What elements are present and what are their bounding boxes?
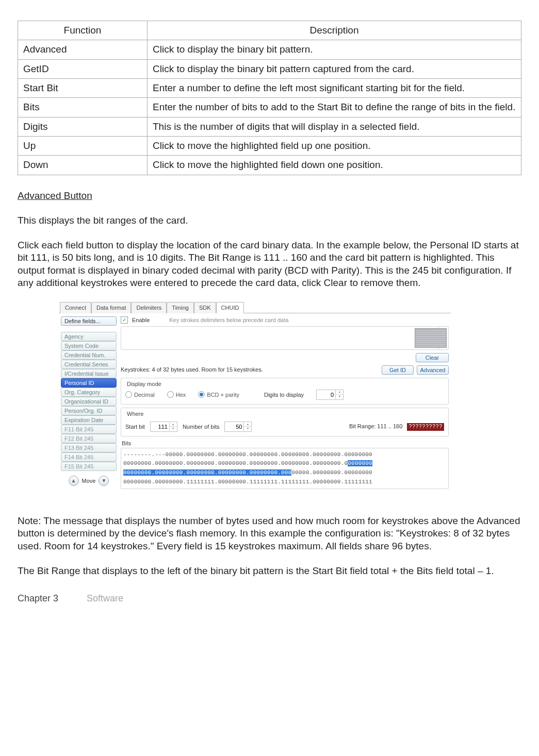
define-fields-button[interactable]: Define fields... bbox=[61, 316, 117, 326]
table-row: DownClick to move the highlighted field … bbox=[18, 156, 521, 175]
sidebar-item[interactable]: Organizational ID bbox=[61, 397, 117, 406]
start-bit-label: Start bit bbox=[125, 423, 145, 430]
sidebar-item[interactable]: Personal ID bbox=[61, 378, 117, 388]
main-panel: ✓ Enable Key strokes delimiters below pr… bbox=[121, 316, 449, 489]
where-group: Where Start bit ▴▾ Number of bits ▴▾ Bit… bbox=[121, 408, 449, 436]
tab-chuid[interactable]: CHUID bbox=[216, 302, 244, 313]
advanced-button[interactable]: Advanced bbox=[417, 365, 449, 375]
start-bit-input[interactable]: ▴▾ bbox=[150, 422, 177, 432]
num-bits-input[interactable]: ▴▾ bbox=[224, 422, 252, 432]
note-paragraph: Note: The message that displays the numb… bbox=[18, 515, 521, 552]
table-row: Start BitEnter a number to define the le… bbox=[18, 78, 521, 97]
move-down-button[interactable]: ▼ bbox=[99, 476, 109, 486]
sidebar-item[interactable]: Credential Series bbox=[61, 360, 117, 369]
move-bar: ▲ Move ▼ bbox=[61, 476, 117, 486]
advanced-button-heading: Advanced Button bbox=[18, 190, 521, 202]
bits-display: --------.---00000.00000000.00000000.0000… bbox=[121, 448, 449, 489]
table-row: GetIDClick to display the binary bit pat… bbox=[18, 59, 521, 78]
sidebar-item[interactable]: System Code bbox=[61, 341, 117, 350]
enable-label: Enable bbox=[132, 316, 150, 324]
th-description: Description bbox=[148, 21, 521, 40]
enable-checkbox[interactable]: ✓ bbox=[121, 316, 128, 324]
tab-connect[interactable]: Connect bbox=[60, 302, 91, 313]
keystrokes-message: Keystrokes: 4 of 32 bytes used. Room for… bbox=[121, 366, 263, 373]
radio-hex[interactable]: Hex bbox=[167, 391, 186, 398]
footer-chapter: Chapter 3 bbox=[18, 593, 58, 603]
sidebar-item[interactable]: F13 Bit 245 bbox=[61, 443, 117, 452]
digits-input[interactable]: ▴▾ bbox=[316, 390, 344, 400]
display-mode-group: Display mode Decimal Hex BCD + parity Di… bbox=[121, 378, 449, 405]
paragraph-explain: Click each field button to display the l… bbox=[18, 239, 521, 289]
delimiter-box[interactable]: ▴▾ bbox=[121, 326, 449, 350]
thumbnail-preview bbox=[415, 328, 447, 348]
sidebar-item[interactable]: Credential Num. bbox=[61, 350, 117, 360]
table-row: BitsEnter the number of bits to add to t… bbox=[18, 98, 521, 117]
radio-bcd[interactable]: BCD + parity bbox=[198, 391, 239, 398]
sidebar-item[interactable]: Expiration Date bbox=[61, 415, 117, 425]
clear-button[interactable]: Clear bbox=[416, 353, 449, 362]
sidebar-item[interactable]: Agency bbox=[61, 332, 117, 341]
sidebar-item[interactable]: F14 Bit 245 bbox=[61, 452, 117, 462]
paragraph-intro: This displays the bit ranges of the card… bbox=[18, 214, 521, 227]
sidebar-item[interactable]: F15 Bit 245 bbox=[61, 462, 117, 471]
bit-range-highlight: ?????????? bbox=[407, 423, 444, 431]
bitrange-note: The Bit Range that displays to the left … bbox=[18, 565, 521, 577]
table-row: DigitsThis is the number of digits that … bbox=[18, 117, 521, 136]
th-function: Function bbox=[18, 21, 148, 40]
bit-range-text: Bit Range: 111 .. 160 bbox=[349, 423, 402, 429]
function-table: Function Description AdvancedClick to di… bbox=[18, 21, 521, 175]
move-label: Move bbox=[82, 477, 96, 484]
sidebar-item[interactable]: Person/Org. ID bbox=[61, 406, 117, 415]
tab-timing[interactable]: Timing bbox=[167, 302, 194, 313]
delimiter-hint: Key strokes delimiters below precede car… bbox=[169, 316, 288, 324]
sidebar-item[interactable]: F12 Bit 245 bbox=[61, 434, 117, 443]
sidebar-item[interactable]: I/Credential Issue bbox=[61, 369, 117, 378]
table-row: UpClick to move the highlighted field up… bbox=[18, 136, 521, 155]
getid-button[interactable]: Get ID bbox=[382, 365, 414, 375]
app-window: ConnectData formatDelimitersTimingSDKCHU… bbox=[59, 301, 451, 494]
table-row: AdvancedClick to display the binary bit … bbox=[18, 40, 521, 59]
move-up-button[interactable]: ▲ bbox=[69, 476, 79, 486]
side-panel: Define fields... AgencySystem CodeCreden… bbox=[61, 316, 117, 489]
num-bits-label: Number of bits bbox=[183, 423, 220, 430]
page-footer: Chapter 3 Software bbox=[18, 593, 521, 604]
sidebar-item[interactable]: Org. Category bbox=[61, 388, 117, 397]
radio-decimal[interactable]: Decimal bbox=[125, 391, 155, 398]
footer-section: Software bbox=[87, 593, 123, 604]
digits-label: Digits to display bbox=[264, 391, 304, 398]
tab-delimiters[interactable]: Delimiters bbox=[131, 302, 167, 313]
tab-sdk[interactable]: SDK bbox=[194, 302, 216, 313]
tab-bar: ConnectData formatDelimitersTimingSDKCHU… bbox=[59, 301, 451, 313]
sidebar-item[interactable]: F11 Bit 245 bbox=[61, 425, 117, 434]
bits-legend: Bits bbox=[122, 440, 449, 447]
tab-data-format[interactable]: Data format bbox=[91, 302, 131, 313]
